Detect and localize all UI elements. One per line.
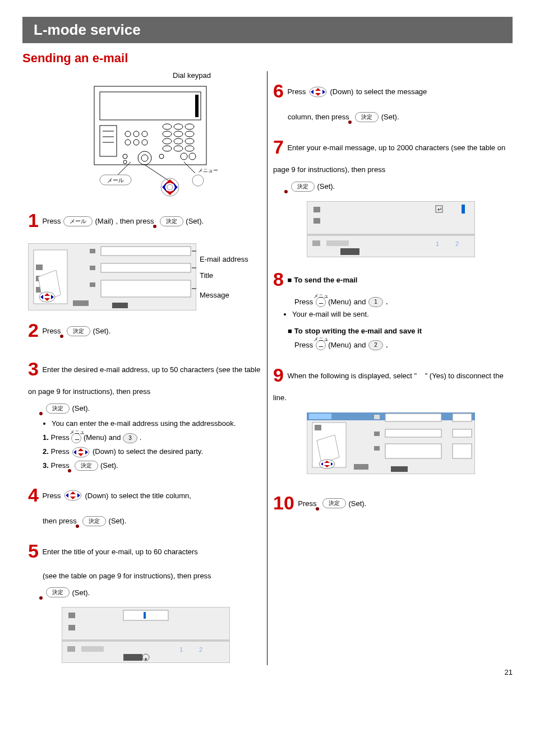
menu-button-icon-8a: メニュー — [316, 297, 326, 307]
svg-rect-61 — [101, 280, 191, 297]
screen-1 — [28, 243, 196, 310]
step-6c: column, then press — [288, 113, 349, 121]
svg-marker-41 — [173, 182, 178, 192]
annot-email: E-mail address — [200, 255, 248, 263]
svg-text:2: 2 — [455, 240, 459, 247]
step-7-number: 7 — [273, 136, 284, 157]
menu-button-icon: メニュー — [71, 433, 81, 443]
svg-marker-40 — [162, 182, 167, 192]
svg-rect-56 — [90, 249, 95, 253]
menu-label-8b: (Menu) — [328, 341, 351, 349]
svg-text:メール: メール — [107, 177, 124, 183]
set-button-icon-5: 決定 — [46, 587, 70, 597]
step-3c2a: Press — [50, 447, 69, 456]
svg-text:メニュー: メニュー — [198, 168, 218, 173]
set-label-2: (Set). — [93, 327, 111, 335]
step-5b: (see the table on page 9 for instruction… — [43, 572, 211, 580]
annot-title: Title — [200, 271, 248, 280]
step-10-number: 10 — [273, 492, 294, 513]
svg-rect-3 — [100, 126, 117, 156]
step-3-number: 3 — [28, 358, 39, 379]
step-4b: to select the title column, — [111, 491, 191, 500]
step-8l2b: and — [354, 341, 366, 349]
svg-rect-83 — [67, 646, 75, 652]
set-button-icon-3: 決定 — [46, 403, 70, 414]
svg-text:2: 2 — [199, 646, 202, 653]
svg-rect-2 — [195, 95, 199, 117]
svg-text:↵: ↵ — [437, 206, 442, 212]
step-5a: Enter the title of your e-mail, up to 60… — [42, 548, 197, 556]
svg-rect-96 — [313, 207, 320, 212]
svg-rect-120 — [453, 414, 472, 421]
svg-rect-109 — [309, 414, 331, 419]
step-4-number: 4 — [28, 484, 39, 505]
fax-illustration: メール メニュー — [72, 81, 218, 198]
svg-rect-128 — [391, 466, 408, 472]
step-9a: When the following is displayed, select … — [287, 372, 417, 380]
svg-rect-101 — [307, 234, 475, 236]
set-button-icon-6: 決定 — [355, 112, 379, 122]
svg-rect-57 — [101, 247, 191, 256]
key-3-icon: 3 — [123, 433, 137, 443]
step-3c2b: to select the desired party. — [118, 447, 203, 456]
annot-message: Message — [200, 291, 248, 299]
down-label-3: (Down) — [93, 447, 116, 456]
step-1b: , then press — [116, 217, 154, 225]
svg-rect-121 — [374, 432, 380, 436]
svg-rect-125 — [385, 444, 441, 458]
step-3a: Enter the desired e-mail address, up to … — [28, 365, 260, 396]
svg-point-44 — [192, 175, 204, 186]
svg-rect-58 — [90, 266, 95, 270]
svg-rect-122 — [385, 429, 441, 437]
step-3c3a: Press — [50, 461, 69, 470]
step-8l1b: and — [354, 298, 366, 306]
mail-button-icon: メール — [63, 216, 93, 226]
nav-down-icon-6 — [308, 86, 328, 98]
svg-rect-126 — [453, 444, 472, 458]
svg-point-87 — [145, 658, 147, 660]
svg-rect-1 — [100, 92, 201, 120]
mail-label: (Mail) — [95, 217, 114, 225]
step-8-number: 8 — [273, 268, 284, 290]
step-7a: Enter your e-mail message, up to 2000 ch… — [273, 143, 505, 174]
set-label-3b: (Set). — [100, 461, 118, 470]
svg-rect-127 — [354, 464, 368, 470]
svg-rect-97 — [313, 218, 320, 224]
svg-rect-47 — [36, 265, 43, 270]
step-4a: Press — [42, 491, 61, 500]
svg-rect-100 — [462, 205, 465, 214]
svg-rect-62 — [73, 300, 89, 306]
set-button-icon-7: 決定 — [291, 182, 315, 192]
svg-rect-124 — [374, 446, 380, 451]
svg-rect-118 — [374, 415, 380, 419]
step-6-number: 6 — [273, 80, 284, 101]
svg-rect-84 — [81, 646, 104, 652]
step-3c1b: and — [109, 433, 121, 442]
set-label-6: (Set). — [381, 113, 399, 121]
down-label-6: (Down) — [330, 87, 354, 96]
set-label-3: (Set). — [72, 404, 90, 412]
svg-rect-60 — [90, 282, 95, 287]
key-1-icon: 1 — [368, 297, 383, 307]
section-title: Sending an e-mail — [22, 51, 513, 66]
key-2-icon: 2 — [368, 340, 383, 350]
svg-text:1: 1 — [179, 646, 183, 653]
svg-rect-102 — [312, 240, 320, 246]
step-4c: then press — [43, 517, 77, 525]
step-9-number: 9 — [273, 364, 284, 386]
svg-rect-63 — [112, 303, 128, 308]
screen-5: 1 2 — [62, 607, 230, 663]
set-button-icon-3b: 決定 — [75, 461, 98, 471]
svg-rect-79 — [68, 625, 75, 630]
svg-rect-59 — [101, 263, 191, 272]
menu-label-8a: (Menu) — [328, 298, 351, 306]
set-button-icon-2: 決定 — [67, 326, 90, 336]
screen-9 — [307, 412, 475, 474]
set-button-icon: 決定 — [160, 216, 183, 226]
page-banner: L-mode service — [22, 17, 513, 43]
svg-rect-82 — [62, 639, 230, 642]
menu-label-3: (Menu) — [84, 433, 107, 442]
set-label-1: (Set). — [186, 217, 204, 225]
step-5-number: 5 — [28, 540, 39, 562]
step-8l1a: Press — [294, 298, 313, 306]
